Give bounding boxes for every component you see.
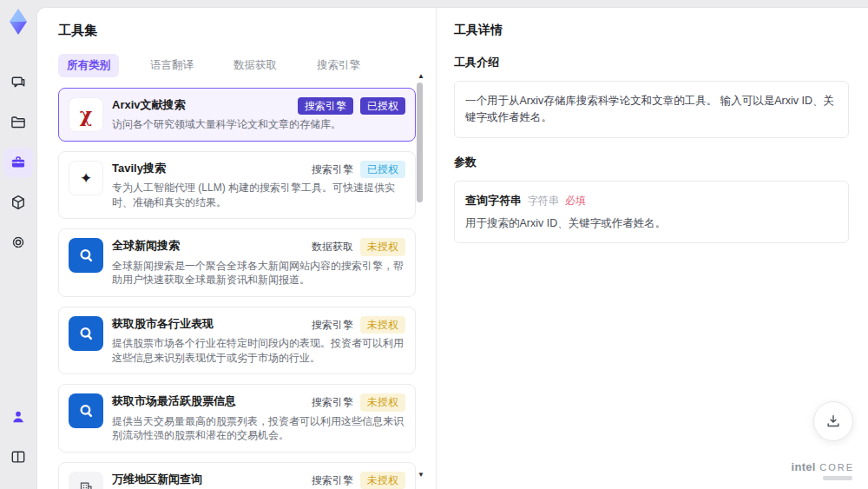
tool-card[interactable]: 获取市场最活跃股票信息 搜索引擎 未授权 提供当天交易量最高的股票列表，投资者可… (58, 384, 416, 452)
tool-detail-panel: 工具详情 工具介绍 一个用于从Arxiv存储库搜索科学论文和文章的工具。 输入可… (436, 8, 868, 489)
tool-name: 全球新闻搜索 (112, 238, 305, 254)
tool-intro-text: 一个用于从Arxiv存储库搜索科学论文和文章的工具。 输入可以是Arxiv ID… (454, 81, 849, 138)
tab-2[interactable]: 数据获取 (225, 54, 286, 77)
tool-card[interactable]: 全球新闻搜索 数据获取 未授权 全球新闻搜索是一个聚合全球各大新闻网站内容的搜索… (58, 228, 416, 296)
tool-name: Arxiv文献搜索 (112, 97, 291, 113)
tool-icon (69, 316, 103, 351)
brand-mark: intel CORE (792, 459, 854, 480)
main-window: 工具集 所有类别语言翻译数据获取搜索引擎 χ Arxiv文献搜索 搜索引擎 已授… (36, 7, 868, 489)
brand-core: CORE (819, 462, 854, 472)
app-logo[interactable] (3, 7, 33, 36)
brand-intel: intel (792, 460, 816, 473)
parameter-header: 查询字符串 字符串 必填 (465, 193, 838, 208)
rail-item-settings[interactable] (3, 228, 33, 257)
rail-item-toolbox[interactable] (3, 148, 33, 177)
tool-description: 提供当天交易量最高的股票列表，投资者可以利用这些信息来识别流动性强的股票和潜在的… (112, 414, 405, 443)
tool-description: 访问各个研究领域大量科学论文和文章的存储库。 (112, 117, 405, 132)
tool-description: 专为人工智能代理 (LLM) 构建的搜索引擎工具。可快速提供实时、准确和真实的结… (112, 181, 405, 209)
tool-name: 获取市场最活跃股票信息 (112, 393, 305, 409)
tool-auth-badge: 未授权 (360, 472, 405, 489)
detail-title: 工具详情 (454, 23, 849, 38)
tool-category-tag: 搜索引擎 (312, 162, 353, 177)
tab-3[interactable]: 搜索引擎 (308, 54, 369, 77)
left-rail (0, 0, 36, 489)
tool-auth-badge: 已授权 (360, 161, 405, 178)
rail-item-cube[interactable] (3, 188, 33, 217)
tool-card[interactable]: χ Arxiv文献搜索 搜索引擎 已授权 访问各个研究领域大量科学论文和文章的存… (58, 88, 416, 142)
tool-description: 提供股票市场各个行业在特定时间段内的表现。投资者可以利用这些信息来识别表现优于或… (112, 336, 405, 365)
tool-icon: χ (69, 97, 103, 132)
tool-card[interactable]: 万维地区新闻查询 搜索引擎 未授权 查询具体行政区划内的新闻，快速了解各地新闻动 (58, 462, 416, 489)
folder-icon (10, 114, 27, 131)
brand-subbar (823, 476, 852, 480)
tools-list-panel: 工具集 所有类别语言翻译数据获取搜索引擎 χ Arxiv文献搜索 搜索引擎 已授… (37, 8, 436, 489)
tool-category-tag: 数据获取 (312, 240, 353, 254)
tool-category-tag: 搜索引擎 (312, 473, 353, 488)
parameter-card: 查询字符串 字符串 必填 用于搜索的Arxiv ID、关键字或作者姓名。 (454, 181, 849, 243)
tool-auth-badge: 未授权 (360, 238, 405, 255)
tool-category-tag: 搜索引擎 (312, 318, 353, 333)
scroll-up-arrow[interactable]: ▲ (418, 72, 424, 80)
page-title: 工具集 (58, 23, 436, 39)
tool-auth-badge: 未授权 (360, 316, 405, 334)
scrollbar-thumb[interactable] (417, 83, 423, 202)
tool-cards-list: χ Arxiv文献搜索 搜索引擎 已授权 访问各个研究领域大量科学论文和文章的存… (58, 88, 416, 489)
tool-card[interactable]: 获取股市各行业表现 搜索引擎 未授权 提供股票市场各个行业在特定时间段内的表现。… (58, 307, 416, 374)
tool-description: 全球新闻搜索是一个聚合全球各大新闻网站内容的搜索引擎，帮助用户快速获取全球最新资… (112, 259, 405, 287)
tool-icon (69, 472, 103, 489)
parameter-type: 字符串 (528, 194, 559, 208)
rail-item-panel-toggle[interactable] (3, 442, 33, 472)
toolbox-icon (10, 154, 27, 171)
scroll-down-arrow[interactable]: ▼ (418, 471, 424, 479)
tool-auth-badge: 未授权 (360, 393, 405, 411)
parameter-required-badge: 必填 (565, 194, 586, 208)
rail-item-chat[interactable] (3, 68, 33, 97)
params-heading: 参数 (454, 155, 849, 170)
tool-icon (69, 393, 103, 428)
cube-icon (10, 194, 27, 211)
panel-icon (10, 448, 27, 466)
tool-category-tag: 搜索引擎 (298, 97, 353, 115)
gear-icon (10, 234, 27, 251)
tool-icon (69, 238, 103, 273)
download-button[interactable] (813, 401, 853, 441)
parameter-name: 查询字符串 (465, 193, 522, 208)
tab-0[interactable]: 所有类别 (58, 54, 119, 77)
category-tabs: 所有类别语言翻译数据获取搜索引擎 (58, 54, 436, 77)
app-root: 工具集 所有类别语言翻译数据获取搜索引擎 χ Arxiv文献搜索 搜索引擎 已授… (0, 0, 868, 489)
intro-heading: 工具介绍 (454, 55, 849, 70)
tool-name: Tavily搜索 (112, 161, 305, 176)
tool-name: 获取股市各行业表现 (112, 316, 305, 332)
user-icon (10, 408, 27, 426)
rail-item-folder[interactable] (3, 108, 33, 137)
rail-item-user[interactable] (3, 402, 33, 432)
chat-icon (10, 74, 27, 91)
tool-category-tag: 搜索引擎 (312, 395, 353, 410)
tool-icon: ✦ (69, 161, 103, 195)
tool-name: 万维地区新闻查询 (112, 472, 305, 487)
logo-facet (10, 9, 27, 22)
tab-1[interactable]: 语言翻译 (141, 54, 202, 77)
download-icon (825, 413, 842, 430)
tool-card[interactable]: ✦ Tavily搜索 搜索引擎 已授权 专为人工智能代理 (LLM) 构建的搜索… (58, 151, 416, 219)
tool-auth-badge: 已授权 (360, 97, 405, 115)
parameter-description: 用于搜索的Arxiv ID、关键字或作者姓名。 (465, 216, 838, 231)
